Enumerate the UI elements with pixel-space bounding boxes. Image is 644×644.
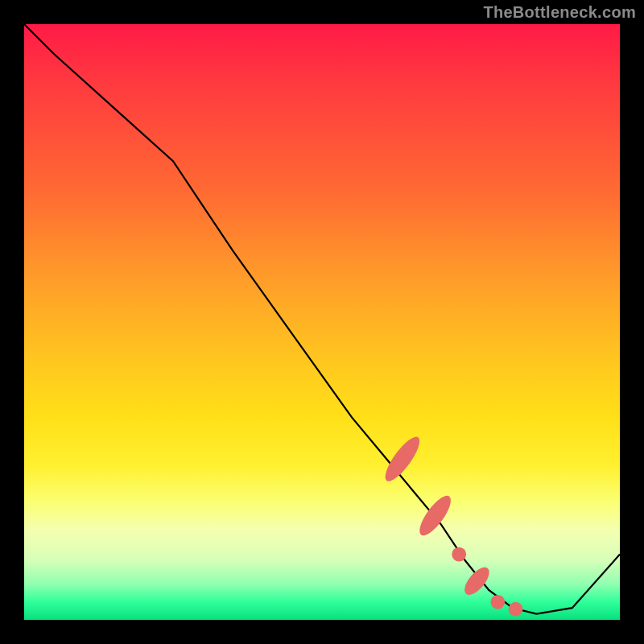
bottleneck-curve <box>24 24 620 614</box>
data-markers <box>380 432 522 616</box>
cluster-bottom <box>509 602 523 617</box>
chart-frame: TheBottleneck.com <box>0 0 644 644</box>
watermark-text: TheBottleneck.com <box>483 3 636 22</box>
cluster-dot-b <box>490 595 505 609</box>
cluster-low <box>460 564 493 599</box>
chart-svg <box>24 24 620 620</box>
plot-area <box>24 24 620 620</box>
cluster-dot-a <box>452 547 466 562</box>
